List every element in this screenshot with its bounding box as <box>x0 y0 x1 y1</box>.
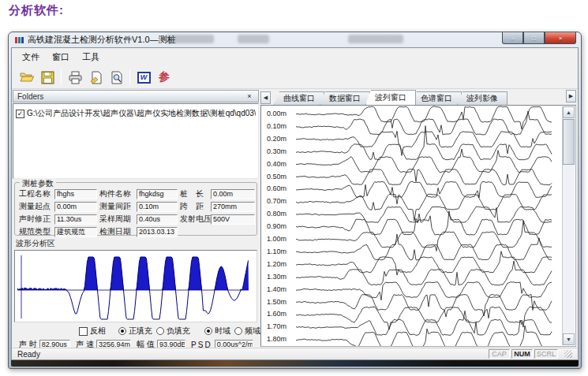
waveform-trace-18 <box>296 326 552 347</box>
right-panel: ◀ 曲线窗口数据窗口波列窗口色谱窗口波列影像 ▶ ▲ ▼ 0.00m0.10m0… <box>260 90 576 348</box>
word-export-button[interactable]: W <box>133 68 154 87</box>
tab-0[interactable]: 曲线窗口 <box>274 91 324 105</box>
window-title: 高铁建混凝土检测分析软件V1.0—测桩 <box>28 34 176 46</box>
analysis-positive-fill <box>17 257 249 290</box>
waveform-trace-2 <box>296 131 552 155</box>
save-button[interactable] <box>37 68 58 87</box>
param-label: 测量间距 <box>99 201 134 212</box>
waveform-trace-1 <box>296 111 552 135</box>
parameters-button[interactable]: 参 <box>154 68 174 87</box>
waveform-trace-12 <box>296 251 552 275</box>
depth-label: 1.10m <box>267 248 287 255</box>
waveform-trace-3 <box>296 126 552 160</box>
tab-3[interactable]: 色谱窗口 <box>411 91 462 105</box>
param-value-field[interactable]: 0.40us <box>137 214 178 225</box>
folder-checkbox[interactable]: ✓ <box>16 110 24 118</box>
invert-checkbox[interactable] <box>79 327 88 336</box>
status-indicators: CAPNUMSCRL <box>489 349 558 359</box>
scroll-up-button[interactable]: ▲ <box>563 106 575 118</box>
negative-fill-radio[interactable] <box>156 327 164 335</box>
wave-train-plot <box>261 106 555 347</box>
param-value-field[interactable]: 500V <box>211 214 255 225</box>
status-ready: Ready <box>17 350 40 359</box>
negative-fill-label: 负填充 <box>167 326 190 337</box>
menu-item-0[interactable]: 文件 <box>16 49 46 65</box>
wave-train-panel: ▲ ▼ 0.00m0.10m0.20m0.30m0.40m0.50m0.60m0… <box>260 105 576 347</box>
menu-item-2[interactable]: 工具 <box>76 49 106 65</box>
vertical-scrollbar[interactable]: ▲ ▼ <box>562 106 575 345</box>
param-value-field[interactable]: 11.30us <box>54 214 97 225</box>
waveform-trace-0 <box>296 106 552 129</box>
depth-label: 0.70m <box>267 197 287 205</box>
titlebar-reflection <box>348 35 403 43</box>
param-value-field[interactable]: 2013.03.13 <box>137 227 178 237</box>
depth-label: 1.50m <box>267 298 287 306</box>
param-value-field[interactable]: 0.00m <box>211 189 255 199</box>
maximize-button[interactable]: □ <box>523 32 545 44</box>
param-value-field[interactable]: 270mm <box>211 202 255 212</box>
depth-label: 1.70m <box>267 322 287 330</box>
folders-title: Folders <box>17 92 43 101</box>
tab-2[interactable]: 波列窗口 <box>365 90 416 105</box>
time-domain-label: 时域 <box>215 326 230 337</box>
waveform-trace-4 <box>296 149 552 173</box>
left-panel: Folders × ✓ G:\公司产品设计开发\超声仪器\超声仪实地检测数据\测… <box>13 90 259 348</box>
waveform-trace-7 <box>296 194 552 221</box>
time-domain-radio[interactable] <box>204 327 212 335</box>
param-value-field[interactable]: 0.00m <box>54 202 97 212</box>
window-titlebar[interactable]: 高铁建混凝土检测分析软件V1.0—测桩 – □ × <box>9 32 581 47</box>
folders-close-icon[interactable]: × <box>245 92 254 100</box>
scroll-down-button[interactable]: ▼ <box>563 333 575 345</box>
depth-label: 0.00m <box>267 110 287 117</box>
waveform-trace-13 <box>296 261 552 285</box>
param-label: 桩 长 <box>180 188 208 199</box>
waveform-analysis-box <box>14 250 257 322</box>
tab-scroll-left[interactable]: ◀ <box>260 91 271 104</box>
scrollbar-thumb[interactable] <box>563 119 575 165</box>
waveform-trace-9 <box>296 211 552 236</box>
freq-domain-radio[interactable] <box>234 327 242 335</box>
pile-params-group: 测桩参数 工程名称fhghs构件名称fhgkdsg桩 长0.00m测量起点0.0… <box>14 182 257 236</box>
param-value-field[interactable]: 建筑规范 <box>54 227 97 237</box>
toolbar-separator <box>61 69 62 85</box>
resize-grip[interactable] <box>564 350 572 358</box>
menu-item-1[interactable]: 窗口 <box>46 49 76 65</box>
tabbar: ◀ 曲线窗口数据窗口波列窗口色谱窗口波列影像 ▶ <box>260 90 576 105</box>
invert-label: 反相 <box>90 326 106 337</box>
depth-label: 0.10m <box>267 122 287 130</box>
waveform-trace-17 <box>296 311 552 335</box>
word-icon: W <box>137 72 151 84</box>
open-button[interactable] <box>17 68 37 87</box>
preview-button[interactable] <box>106 68 126 87</box>
report-button[interactable] <box>85 68 106 87</box>
waveform-trace-8 <box>296 207 552 222</box>
app-icon <box>15 37 24 43</box>
app-window: 高铁建混凝土检测分析软件V1.0—测桩 – □ × 文件窗口工具 <box>8 32 582 369</box>
positive-fill-radio[interactable] <box>118 327 126 335</box>
param-char-icon: 参 <box>159 70 170 84</box>
page-heading: 分析软件: <box>9 3 64 18</box>
waveform-trace-15 <box>296 295 552 317</box>
param-label: 声时修正 <box>19 214 52 225</box>
param-label: 测量起点 <box>19 201 52 212</box>
waveform-trace-5 <box>296 169 552 185</box>
tab-4[interactable]: 波列影像 <box>457 91 507 105</box>
param-value-field[interactable]: fhghs <box>54 189 97 199</box>
param-value-field[interactable]: 0.10m <box>137 202 178 212</box>
close-button[interactable]: × <box>545 32 576 44</box>
desktop-strip <box>11 360 579 367</box>
minimize-button[interactable]: – <box>502 32 523 44</box>
param-label: 规范类型 <box>19 226 52 237</box>
depth-label: 0.20m <box>267 135 287 143</box>
folder-path: G:\公司产品设计开发\超声仪器\超声仪实地检测数据\测桩qd\qd03\qd0… <box>27 108 256 119</box>
param-value-field[interactable]: fhgkdsg <box>137 189 178 199</box>
waveform-trace-14 <box>296 282 552 300</box>
folder-item[interactable]: ✓ G:\公司产品设计开发\超声仪器\超声仪实地检测数据\测桩qd\qd03\q… <box>16 108 256 119</box>
titlebar-reflection <box>167 35 214 43</box>
tab-scroll-right[interactable]: ▶ <box>566 90 576 102</box>
tab-1[interactable]: 数据窗口 <box>320 91 370 105</box>
waveform-trace-6 <box>296 181 552 198</box>
param-label: 发射电压 <box>180 214 208 225</box>
caption-buttons: – □ × <box>502 32 576 44</box>
print-button[interactable] <box>65 68 85 87</box>
